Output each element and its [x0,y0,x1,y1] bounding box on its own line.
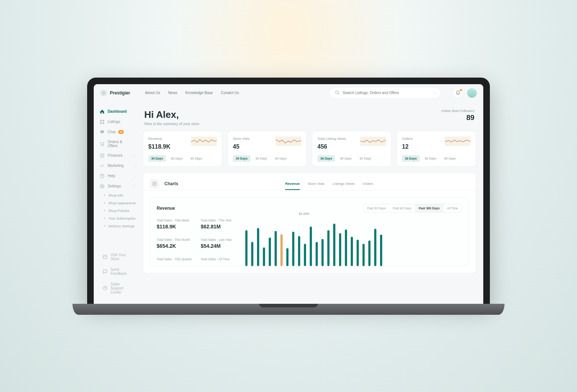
sub-appearance[interactable]: Shop Appearance [97,199,138,206]
sidebar-item-dashboard[interactable]: Dashboard [97,107,138,116]
bar[interactable] [292,232,294,266]
feedback-icon [103,269,108,274]
bar[interactable] [345,229,347,266]
stat-value: 456 [317,143,346,150]
bar[interactable] [368,240,371,266]
search-input[interactable] [343,91,432,95]
bar[interactable] [269,238,271,266]
sidebar-footer: Visit Your Store Send Feedback Seller Su… [97,251,138,299]
greeting-row: Hi Alex, Here is the summary of your sto… [143,108,476,131]
svg-point-0 [335,91,338,94]
range-60[interactable]: 60 Days [253,155,270,162]
bar[interactable] [333,224,335,266]
seg-365[interactable]: Past 365 Days [415,204,443,212]
range-row: 30 Days 60 Days 90 Days [317,155,386,162]
stat-label: Revenue [148,137,171,141]
tab-visits[interactable]: Store Vists [308,178,325,190]
visit-store-link[interactable]: Visit Your Store [100,251,135,263]
range-30[interactable]: 30 Days [148,155,166,162]
tab-revenue[interactable]: Revenue [285,178,300,190]
range-60[interactable]: 60 Days [168,155,185,162]
svg-point-11 [103,286,107,290]
bar[interactable] [304,244,306,266]
range-90[interactable]: 90 Days [187,155,205,162]
bar[interactable] [280,234,283,266]
sidebar-item-chat[interactable]: Chat 1 [97,127,138,137]
chart-flex: Total Sales - This Week $118.9K Total Sa… [157,219,462,266]
sidebar-item-orders[interactable]: Orders & Offers › [97,138,138,150]
charts-title: Charts [164,181,178,186]
svg-rect-4 [100,122,102,124]
bar[interactable] [327,230,330,266]
support-center-link[interactable]: Seller Support Center [100,280,135,296]
stat-label: Orders [402,137,413,141]
range-90[interactable]: 90 Days [441,155,458,162]
sub-delivery[interactable]: Delivery Settings [97,223,138,229]
followers-value: 89 [441,113,474,122]
top-right-icons [453,88,477,98]
sidebar-item-settings[interactable]: Settings ⌃ [97,182,138,191]
range-60[interactable]: 60 Days [422,155,439,162]
bar[interactable] [298,236,300,266]
bar[interactable] [380,235,382,266]
chart-tabs: Revenue Store Vists Listings Views Order… [285,178,469,190]
bar[interactable] [351,237,353,266]
total-month: Total Sales - This Month $654.2K [157,238,192,252]
tab-views[interactable]: Listings Views [332,178,354,190]
range-row: 30 Days 60 Days 90 Days [233,155,301,162]
notifications-button[interactable] [453,88,463,98]
range-90[interactable]: 90 Days [272,155,289,162]
total-value: $62.81M [201,224,236,229]
nav-kb[interactable]: Knowledge Base [185,91,213,95]
bar[interactable] [310,227,312,266]
bar[interactable] [316,242,318,266]
greeting-sub: Here is the summary of your store [144,122,200,126]
bar[interactable] [339,233,341,266]
brand[interactable]: Prestigier [100,90,137,96]
sidebar-item-finances[interactable]: Finances › [97,151,138,160]
body: Dashboard Listings Chat 1 [94,102,483,304]
sidebar-label: Dashboard [108,109,127,113]
seg-90[interactable]: Past 90 Days [389,204,415,212]
total-label: Total Sales - This Year [201,219,236,222]
range-30[interactable]: 30 Days [233,155,250,162]
total-value: $654.2K [157,243,192,249]
nav-news[interactable]: News [168,91,177,95]
nav-contact[interactable]: Conatct Us [221,91,239,95]
bar[interactable] [257,228,259,266]
avatar[interactable] [467,88,477,98]
sub-shop-info[interactable]: Shop Info [97,192,138,199]
bar[interactable] [275,231,277,266]
stat-card-views: Total Listing Views 456 30 Days 60 Days … [312,131,391,167]
sub-subscription[interactable]: Your Subscription [97,215,138,222]
bar[interactable] [374,229,376,266]
range-90[interactable]: 90 Days [357,155,374,162]
send-feedback-link[interactable]: Send Feedback [100,265,135,278]
range-60[interactable]: 60 Days [337,155,354,162]
bar-tooltip: $4.26M [299,212,309,216]
range-30[interactable]: 30 Days [317,155,335,162]
bar[interactable] [362,244,365,266]
bar[interactable] [251,242,253,266]
bar[interactable] [245,230,247,266]
range-30[interactable]: 30 Days [402,155,420,162]
sidebar-item-marketing[interactable]: Marketing › [97,161,138,171]
sidebar-item-help[interactable]: Help › [97,171,138,181]
sidebar-item-listings[interactable]: Listings [97,117,138,127]
bar[interactable] [321,239,324,266]
nav-about[interactable]: About Us [145,91,160,95]
bar[interactable] [263,247,265,266]
svg-rect-14 [360,137,386,146]
range-row: 30 Days 60 Days 90 Days [148,155,217,162]
chevron-up-icon: ⌃ [133,184,135,188]
bar[interactable] [357,240,359,266]
footer-label: Send Feedback [111,268,133,276]
sidebar-label: Finances [108,153,123,157]
seg-30[interactable]: Past 30 Days [363,204,389,212]
sparkline-icon [360,137,386,146]
seg-all[interactable]: All Time [443,204,462,212]
tab-orders[interactable]: Orders [362,178,373,190]
search-bar[interactable]: › [330,88,440,98]
bar[interactable] [286,248,288,266]
sub-policies[interactable]: Shop Policies [97,207,138,214]
